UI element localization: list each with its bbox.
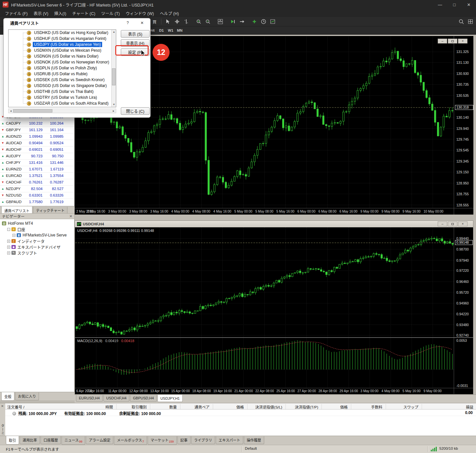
symbol-row-usdjpy[interactable]: $USDJPY (US Dollar vs Japanese Yen) [9,42,116,47]
symbol-row-usdhuf[interactable]: $USDHUF (US Dollar vs Hungarian Forint) [9,36,116,42]
expand-icon[interactable]: + [7,240,10,243]
collapse-icon[interactable]: - [7,228,10,231]
dialog-close-button[interactable]: ✕ [138,20,146,26]
table-row[interactable]: ▲NZDJPY82.50482.527 [0,186,74,192]
cursor-icon[interactable] [164,18,172,25]
chart-close-button[interactable]: × [458,221,467,226]
status-profile[interactable]: Default [245,446,257,450]
chart-shift-icon[interactable] [238,18,246,25]
symbol-row-usdrub[interactable]: $USDRUB (US Dollar vs Ruble) [9,71,116,77]
table-row[interactable]: ▲CHFJPY131.416131.446 [0,160,74,166]
vertical-scrollbar[interactable]: ▲▼ [111,30,116,107]
nav-item-platform[interactable]: ▥HotForex MT4 [2,220,74,226]
expand-icon[interactable]: + [7,252,10,254]
symbol-row-usdtry[interactable]: $USDTRY (US Dollar vs Turkish Lira) [9,95,116,100]
chart-tab-eurusd-h4[interactable]: EURUSD,H4 [76,395,103,402]
chart-tab-usdjpy-h1[interactable]: USDJPY,H1 [157,395,183,402]
symbol-row-usdmxn[interactable]: $USDMXN (USDollar vs Mexican Peso) [9,47,116,53]
close-button[interactable]: ✕ [462,0,476,9]
nav-item-indicators[interactable]: +ƒインディケータ [7,238,74,244]
symbol-row-usdhkd[interactable]: $USDHKD (US Dollar vs Hong Kong Dollar) [9,30,116,36]
menu-item[interactable]: ヘルプ (H) [157,9,182,17]
terminal-tab-記事[interactable]: 記事 [177,436,191,444]
terminal-tab-アラーム設定[interactable]: アラーム設定 [86,436,113,444]
table-row[interactable]: ▲GBPAUD1.775801.77619 [0,199,74,205]
show-button[interactable]: 表示 (S) [121,30,150,38]
terminal-tab-取引[interactable]: 取引 [6,436,19,444]
table-row[interactable]: ▼AUDCHF0.690210.69051 [0,147,74,153]
table-row[interactable]: ▲AUDJPY90.72390.750 [0,153,74,160]
symbol-row-usdpln[interactable]: $USDPLN (US Dollar vs Polish Zloty) [9,65,116,71]
symbol-row-usdngn[interactable]: $USDNGN (US Dollar vs Naira Dollar) [9,53,116,59]
periods-icon[interactable] [259,18,268,25]
menu-item[interactable]: ファイル (F) [2,9,30,17]
table-row[interactable]: ▼NZDUSD0.633010.63326 [0,192,74,199]
table-row[interactable]: ▲CADJPY100.232100.264 [0,120,74,127]
navigator-close-icon[interactable]: ✕ [69,214,72,218]
table-row[interactable]: ▲EURNZD1.670711.67119 [0,166,74,173]
terminal-close-icon[interactable]: ✕ [1,404,4,408]
zoom-out-icon[interactable] [204,18,212,25]
terminal-tab-マーケット[interactable]: マーケット159 [148,436,177,445]
terminal-tab-メールボックス[interactable]: メールボックス7 [114,436,147,445]
nav-item-experts[interactable]: +◆エキスパートアドバイザ [7,244,74,250]
minimize-button[interactable]: — [433,0,447,9]
expand-icon[interactable]: + [7,246,10,249]
terminal-tab-ライブラリ[interactable]: ライブラリ [191,436,215,444]
scroll-up-icon[interactable]: ▲ [112,30,116,34]
chart-close-button[interactable]: × [458,39,467,44]
new-order-button[interactable]: 買 [149,18,160,25]
table-row[interactable]: ▼AUDCAD0.904940.90524 [0,140,74,147]
usdchf-h4-canvas[interactable] [75,227,454,337]
terminal-tab-操作履歴[interactable]: 操作履歴 [244,436,264,444]
terminal-tab-エキスパート[interactable]: エキスパート [216,436,243,444]
navigator-tab[interactable]: お気に入り [15,392,39,400]
maximize-button[interactable]: □ [447,0,462,9]
chart-grid-icon[interactable] [466,18,475,25]
table-row[interactable]: ▲EURCAD1.375211.37554 [0,173,74,179]
table-row[interactable]: ▲AUDNZD1.099431.09985 [0,133,74,140]
chart-restore-button[interactable] [448,39,457,44]
timeframe-w1-button[interactable]: W1 [166,27,175,33]
search-icon[interactable] [457,18,466,25]
crosshair-icon[interactable] [173,18,181,25]
symbols-list[interactable]: $USDHKD (US Dollar vs Hong Kong Dollar)$… [8,29,116,107]
scrollbar-thumb[interactable] [112,68,116,85]
terminal-tab-口座履歴[interactable]: 口座履歴 [41,436,61,444]
menu-item[interactable]: 挿入(I) [51,9,69,17]
auto-scroll-icon[interactable] [229,18,237,25]
dialog-help-button[interactable]: ? [123,20,132,26]
menu-item[interactable]: ウィンドウ (W) [123,9,157,17]
navigator-tab[interactable]: 全般 [1,392,14,401]
menu-item[interactable]: チャート (C) [69,9,98,17]
nav-item-accounts[interactable]: -¤口座 [7,226,74,232]
chart-restore-button[interactable] [448,221,457,226]
chart-tab-usdchf-h4[interactable]: USDCHF,H4 [103,395,130,402]
timeframe-mn-button[interactable]: MN [175,27,184,33]
macd-canvas[interactable] [75,338,454,388]
symbol-row-usdsgd[interactable]: $USDSGD (US Dollar vs Singapore Dollar) [9,83,116,89]
chart-usdchf-titlebar[interactable]: USDCHF,H4 [75,221,473,227]
indicators-icon[interactable] [250,18,259,25]
symbol-row-usdsek[interactable]: $USDSEK (US Dollar vs Swedish Kronor) [9,77,116,83]
symbol-row-usdnok[interactable]: $USDNOK (US Dollar vs Norwegian Kronor) [9,59,116,65]
chart-minimize-button[interactable]: – [438,221,447,226]
terminal-tab-ニュース[interactable]: ニュース99 [62,436,85,445]
symbol-row-usdzar[interactable]: $USDZAR (US Dollar vs South Africa Rand) [9,100,116,106]
tile-windows-icon[interactable] [216,18,225,25]
symbol-row-usdthb[interactable]: $USDTHB (US Dollar vs Thai Baht) [9,89,116,95]
zoom-in-icon[interactable] [194,18,203,25]
menu-item[interactable]: ツール (T) [98,9,123,17]
nav-item-scripts[interactable]: +✎スクリプト [7,250,74,256]
horizontal-scrollbar[interactable]: ◄► [8,109,116,113]
expand-icon[interactable]: + [12,234,15,237]
vertical-line-icon[interactable] [182,18,191,25]
terminal-tab-運用比率[interactable]: 運用比率 [20,436,40,444]
timeframe-d1-button[interactable]: D1 [157,27,166,33]
table-row[interactable]: ▼GBPJPY161.129161.164 [0,127,74,133]
menu-item[interactable]: 表示 (V) [30,9,51,17]
nav-item-server[interactable]: +▮HFMarketsSV-Live Serve [12,232,74,238]
table-row[interactable]: ▼CADCHF0.762610.76287 [0,179,74,186]
dialog-close-action-button[interactable]: 閉じる (C) [121,107,150,115]
templates-icon[interactable] [268,18,277,25]
